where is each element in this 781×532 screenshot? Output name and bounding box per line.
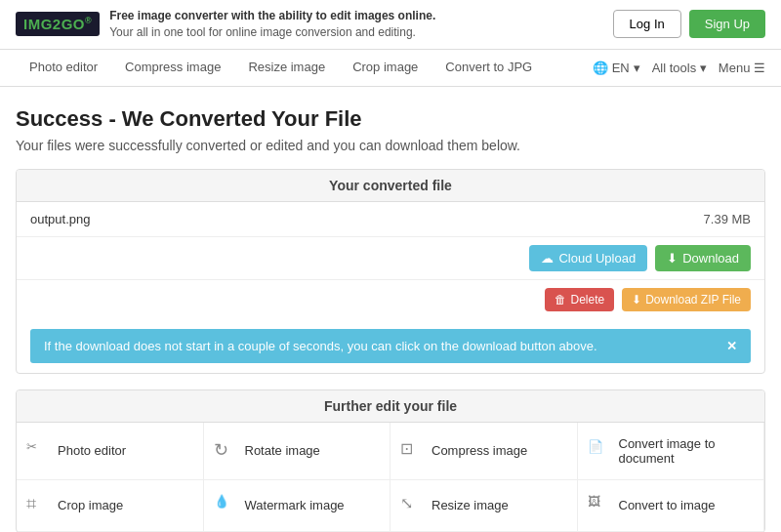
converted-file-section: Your converted file output.png 7.39 MB ☁… [16,169,765,374]
rotate-icon: ↻ [214,439,237,463]
alltools-label: All tools [652,61,697,75]
download-zip-button[interactable]: ⬇ Download ZIP File [622,288,751,311]
tagline-title: Free image converter with the ability to… [109,8,435,24]
main-nav: Photo editor Compress image Resize image… [0,50,781,87]
lang-label: EN [612,61,630,75]
info-banner-close[interactable]: ✕ [726,339,737,353]
action-row: ☁ Cloud Upload ⬇ Download [17,237,764,280]
logo: IMG2GO® [16,12,100,36]
logo-text: IMG [23,16,53,32]
page-subtitle: Your files were successfully converted o… [16,138,765,153]
edit-label-resize: Resize image [432,498,509,512]
nav-links: Photo editor Compress image Resize image… [16,50,593,86]
edit-label-convert-img: Convert to image [619,498,716,512]
page-title: Success - We Converted Your File [16,106,765,132]
alltools-menu[interactable]: All tools [652,61,707,75]
zip-label: Download ZIP File [645,293,741,307]
info-banner-text: If the download does not start in a coup… [44,339,597,353]
watermark-icon: 💧 [214,494,237,517]
nav-crop-image[interactable]: Crop image [339,50,432,86]
hamburger-menu[interactable]: Menu ☰ [719,61,765,75]
nav-compress-image[interactable]: Compress image [111,50,234,86]
language-selector[interactable]: 🌐 EN [593,61,640,75]
menu-label: Menu [719,61,751,75]
download-label: Download [682,251,739,266]
nav-convert-jpg[interactable]: Convert to JPG [432,50,546,86]
converted-file-header: Your converted file [17,170,764,202]
page-header: IMG2GO® Free image converter with the ab… [0,0,781,50]
photo-editor-icon: ✂ [26,439,50,463]
edit-section: Further edit your file ✂ Photo editor ↻ … [16,389,765,532]
edit-item-resize[interactable]: ⤡ Resize image [390,480,578,532]
edit-item-photo[interactable]: ✂ Photo editor [17,423,204,480]
edit-item-crop[interactable]: ⌗ Crop image [17,480,204,532]
doc-icon: 📄 [588,439,611,463]
cloud-upload-button[interactable]: ☁ Cloud Upload [529,245,647,271]
file-size: 7.39 MB [704,212,751,226]
edit-label-crop: Crop image [58,498,123,512]
edit-label-convert-doc: Convert image to document [619,436,755,466]
edit-label-compress: Compress image [432,443,527,458]
delete-button[interactable]: 🗑 Delete [545,288,614,311]
file-row: output.png 7.39 MB [17,202,764,237]
edit-item-compress[interactable]: ⊡ Compress image [390,423,578,480]
header-buttons: Log In Sign Up [613,10,765,38]
nav-resize-image[interactable]: Resize image [234,50,339,86]
delete-label: Delete [570,293,604,307]
edit-item-rotate[interactable]: ↻ Rotate image [204,423,391,480]
edit-item-convert-doc[interactable]: 📄 Convert image to document [578,423,765,480]
cloud-icon: ☁ [541,251,554,266]
nav-right: 🌐 EN All tools Menu ☰ [593,61,765,75]
logo-suffix: GO [62,16,85,32]
cloud-upload-label: Cloud Upload [558,251,636,266]
download-icon: ⬇ [667,251,678,266]
crop-icon: ⌗ [26,494,50,517]
edit-item-convert-img[interactable]: 🖼 Convert to image [578,480,765,532]
main-content: Success - We Converted Your File Your fi… [0,87,781,532]
edit-label-rotate: Rotate image [245,443,320,458]
tagline-sub: Your all in one tool for online image co… [109,24,435,41]
compress-icon: ⊡ [400,439,424,463]
logo-accent: 2 [53,16,62,32]
resize-icon: ⤡ [400,494,424,517]
trash-icon: 🗑 [555,293,566,307]
logo-area: IMG2GO® Free image converter with the ab… [16,8,435,41]
nav-photo-editor[interactable]: Photo editor [16,50,111,86]
file-name: output.png [30,212,90,226]
globe-icon: 🌐 [593,61,608,75]
login-button[interactable]: Log In [613,10,681,38]
zip-icon: ⬇ [632,293,641,307]
edit-label-photo: Photo editor [58,443,126,458]
download-button[interactable]: ⬇ Download [655,245,751,271]
action-row2: 🗑 Delete ⬇ Download ZIP File [17,280,764,319]
edit-item-watermark[interactable]: 💧 Watermark image [204,480,391,532]
info-banner: If the download does not start in a coup… [30,329,751,363]
signup-button[interactable]: Sign Up [689,10,765,38]
edit-label-watermark: Watermark image [245,498,345,512]
logo-badge: ® [85,16,92,25]
edit-section-header: Further edit your file [17,390,764,423]
edit-grid: ✂ Photo editor ↻ Rotate image ⊡ Compress… [17,423,764,532]
convert-img-icon: 🖼 [588,494,611,517]
tagline: Free image converter with the ability to… [109,8,435,41]
